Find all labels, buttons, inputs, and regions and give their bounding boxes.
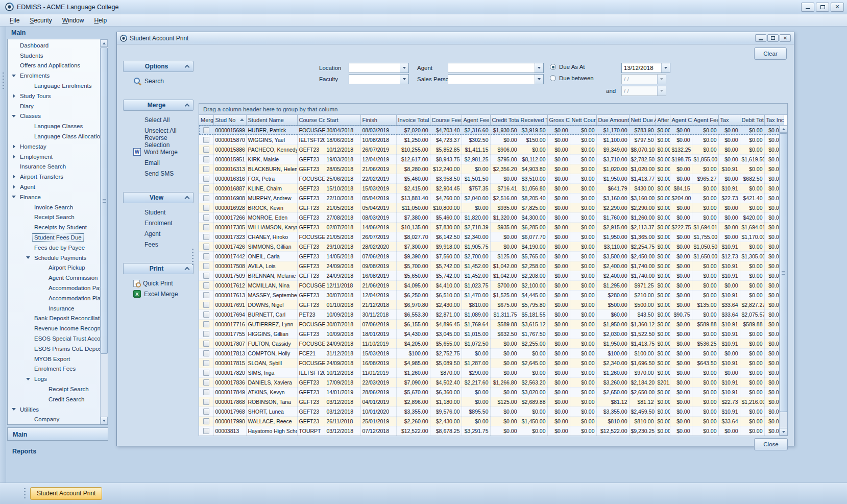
tree-expander-icon[interactable] bbox=[10, 408, 18, 411]
row-merge-checkbox[interactable] bbox=[203, 253, 209, 259]
grid-row[interactable]: 0000017694BURNETT, CarlPET2310/09/201830… bbox=[199, 309, 784, 319]
row-merge-checkbox[interactable] bbox=[203, 273, 209, 279]
grid-row[interactable]: 0000015870WIGGINS, YaelIELTSFT2018/06/20… bbox=[199, 135, 784, 145]
grid-row[interactable]: 0000017968SHORT, LuneaGEFT2303/12/201810… bbox=[199, 406, 784, 416]
row-merge-checkbox[interactable] bbox=[203, 321, 209, 327]
sales-person-select[interactable] bbox=[448, 74, 544, 84]
radio-unselected-icon[interactable] bbox=[550, 75, 556, 81]
command-student[interactable]: Student bbox=[123, 207, 193, 218]
column-header-tax-inc[interactable]: Tax Inc bbox=[764, 115, 784, 125]
scroll-down-icon[interactable] bbox=[101, 417, 108, 424]
due-as-at-date[interactable]: 13/12/2018 bbox=[621, 63, 670, 73]
group-header-print[interactable]: Print bbox=[123, 263, 193, 274]
tree-item-revenue-income-recognition[interactable]: Revenue Income Recognition bbox=[8, 323, 100, 333]
tree-expander-icon[interactable] bbox=[10, 75, 18, 77]
column-header-agent-fee[interactable]: Agent Fee bbox=[692, 115, 718, 125]
due-between-radio[interactable]: Due between bbox=[550, 75, 594, 81]
column-header-course-co[interactable]: Course Co bbox=[297, 115, 325, 125]
dropdown-arrow-icon[interactable] bbox=[535, 75, 543, 84]
row-merge-checkbox[interactable] bbox=[203, 185, 209, 191]
command-send-sms[interactable]: Send SMS bbox=[123, 168, 193, 179]
dropdown-arrow-icon[interactable] bbox=[400, 63, 408, 73]
menu-help[interactable]: Help bbox=[89, 15, 111, 26]
column-header-nett-cours[interactable]: Nett Cours bbox=[570, 115, 596, 125]
command-fees[interactable]: Fees bbox=[123, 239, 193, 250]
grid-row[interactable]: 0000017990WALLACE, ReeceGEFT2326/11/2018… bbox=[199, 416, 784, 426]
dropdown-arrow-icon[interactable] bbox=[535, 63, 543, 73]
doc-close-icon[interactable]: ✕ bbox=[780, 34, 791, 42]
row-merge-checkbox[interactable] bbox=[203, 137, 209, 143]
tree-item-agent-commission[interactable]: Agent Commission bbox=[8, 273, 100, 283]
column-header-invoice-total[interactable]: Invoice Total bbox=[396, 115, 430, 125]
grid-row[interactable]: 0000017815SLOAN, SybillFOCUSGEF24/09/201… bbox=[199, 358, 784, 368]
grid-row[interactable]: 0000016887KLINE, ChaimGEFT2315/10/201815… bbox=[199, 183, 784, 193]
grid-row[interactable]: 0000017813COMPTON, HollyFCE2131/12/20181… bbox=[199, 348, 784, 358]
command-reverse-selection[interactable]: Reverse Selection bbox=[123, 136, 193, 147]
grid-row[interactable]: 0000016316FOX, PetraFOCUSGEF25/06/201822… bbox=[199, 174, 784, 183]
tree-item-enrolments[interactable]: Enrolments bbox=[8, 70, 100, 81]
grid-row[interactable]: 0000016928BROCK, KevinGEFT2321/05/201805… bbox=[199, 203, 784, 212]
tree-item-insurance-search[interactable]: Insurance Search bbox=[8, 162, 100, 172]
column-header-agent-cr[interactable]: Agent Cr bbox=[670, 115, 692, 125]
tree-expander-icon[interactable] bbox=[10, 94, 18, 98]
scroll-up-icon[interactable] bbox=[101, 39, 108, 47]
tree-item-insurance[interactable]: Insurance bbox=[8, 303, 100, 314]
taskbar-tab-student-account-print[interactable]: Student Account Print bbox=[30, 487, 102, 500]
grid-row[interactable]: 0000017612MCMILLAN, NinaFOCUSGEF12/11/20… bbox=[199, 280, 784, 290]
tree-expander-icon[interactable] bbox=[10, 155, 18, 159]
tree-item-students[interactable]: Students bbox=[8, 51, 100, 61]
row-merge-checkbox[interactable] bbox=[203, 350, 209, 356]
tree-item-finance[interactable]: Finance bbox=[8, 192, 100, 202]
dropdown-arrow-icon[interactable] bbox=[661, 63, 670, 73]
tree-item-offers-and-applications[interactable]: Offers and Applications bbox=[8, 61, 100, 71]
tree-item-agent[interactable]: Agent bbox=[8, 182, 100, 192]
doc-maximize-icon[interactable] bbox=[767, 34, 779, 42]
row-merge-checkbox[interactable] bbox=[203, 360, 209, 366]
panel-splitter-grip-icon[interactable] bbox=[191, 248, 194, 265]
row-merge-checkbox[interactable] bbox=[203, 166, 209, 172]
command-search[interactable]: Search bbox=[123, 76, 193, 86]
tree-expander-icon[interactable] bbox=[24, 256, 32, 259]
tree-expander-icon[interactable] bbox=[24, 378, 32, 380]
column-header-nett-due-a[interactable]: Nett Due A bbox=[629, 115, 656, 125]
row-merge-checkbox[interactable] bbox=[203, 379, 209, 386]
tree-expander-icon[interactable] bbox=[10, 145, 18, 149]
grid-row[interactable]: 0000017868ROBINSON, TanaGEFT2303/12/2018… bbox=[199, 397, 784, 406]
column-header-after[interactable]: After bbox=[656, 115, 670, 125]
tree-item-language-enrolments[interactable]: Language Enrolments bbox=[8, 81, 100, 91]
grid-row[interactable]: 0000017305WILLIAMSON, KarynGEFT2302/07/2… bbox=[199, 222, 784, 232]
due-between-to-date[interactable]: / / bbox=[621, 86, 666, 96]
due-as-at-radio[interactable]: Due As At bbox=[550, 64, 585, 70]
radio-selected-icon[interactable] bbox=[550, 64, 556, 70]
tree-item-fees-due-by-payee[interactable]: Fees due by Payee bbox=[8, 243, 100, 253]
column-header-gross-co[interactable]: Gross Co bbox=[547, 115, 570, 125]
row-merge-checkbox[interactable] bbox=[203, 311, 209, 318]
close-icon[interactable]: ✕ bbox=[831, 3, 844, 12]
column-header-debit-tota[interactable]: Debit Tota bbox=[740, 115, 764, 125]
tree-item-employment[interactable]: Employment bbox=[8, 152, 100, 162]
tree-item-diary[interactable]: Diary bbox=[8, 101, 100, 111]
grid-row[interactable]: 0000017755HIGGINS, GillianGEFT2310/09/20… bbox=[199, 329, 784, 339]
grid-row[interactable]: 0000017426SIMMONS, GillianGEFT2329/10/20… bbox=[199, 242, 784, 251]
column-header-student-name[interactable]: Student Name bbox=[246, 115, 297, 125]
tree-item-schedule-payments[interactable]: Schedule Payments bbox=[8, 253, 100, 263]
row-merge-checkbox[interactable] bbox=[203, 214, 209, 221]
grid-row[interactable]: 0000017849ATKINS, KevynGEFT2314/01/20192… bbox=[199, 387, 784, 397]
row-merge-checkbox[interactable] bbox=[203, 341, 209, 347]
tree-item-study-tours[interactable]: Study Tours bbox=[8, 91, 100, 101]
column-header-course-fees[interactable]: Course Fees bbox=[430, 115, 462, 125]
column-header-stud-no[interactable]: Stud No bbox=[213, 115, 246, 125]
tree-item-classes[interactable]: Classes bbox=[8, 111, 100, 122]
row-merge-checkbox[interactable] bbox=[203, 418, 209, 424]
tree-item-homestay[interactable]: Homestay bbox=[8, 141, 100, 152]
tree-expander-icon[interactable] bbox=[10, 196, 18, 198]
command-excel-merge[interactable]: XExcel Merge bbox=[123, 289, 193, 299]
maximize-icon[interactable] bbox=[816, 3, 829, 12]
column-header-start[interactable]: Start bbox=[325, 115, 360, 125]
row-merge-checkbox[interactable] bbox=[203, 399, 209, 405]
tree-item-receipt-search[interactable]: Receipt Search bbox=[8, 212, 100, 223]
group-header-view[interactable]: View bbox=[123, 192, 193, 203]
tree-item-credit-search[interactable]: Credit Search bbox=[8, 394, 100, 404]
tree-item-enrolment-fees[interactable]: Enrolment Fees bbox=[8, 364, 100, 374]
due-between-from-date[interactable]: / / bbox=[621, 74, 666, 84]
